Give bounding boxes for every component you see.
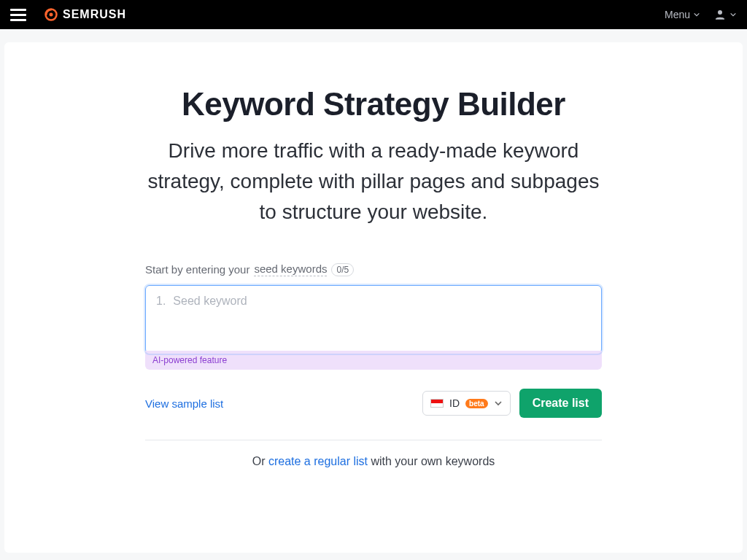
or-prefix: Or [252, 455, 268, 467]
database-code: ID [449, 397, 460, 409]
ai-feature-note: AI-powered feature [145, 351, 602, 370]
flag-id-icon [430, 399, 444, 408]
brand-name: SEMRUSH [63, 8, 126, 21]
chevron-down-icon [494, 399, 503, 408]
page-title: Keyword Strategy Builder [140, 86, 607, 122]
page-subtitle: Drive more traffic with a ready-made key… [140, 136, 607, 228]
hamburger-icon[interactable] [10, 7, 26, 23]
seed-form: Start by entering your seed keywords 0/5… [145, 262, 602, 468]
brand-logo-icon [44, 7, 58, 22]
create-list-button[interactable]: Create list [519, 389, 602, 418]
database-select[interactable]: ID beta [422, 391, 511, 416]
view-sample-link[interactable]: View sample list [145, 397, 223, 410]
create-regular-list-link[interactable]: create a regular list [268, 455, 368, 467]
topbar: SEMRUSH Menu [0, 0, 747, 29]
or-create-line: Or create a regular list with your own k… [145, 455, 602, 468]
chevron-down-icon [693, 11, 700, 18]
seed-index: 1. [156, 295, 166, 308]
chevron-down-icon [729, 11, 737, 18]
brand[interactable]: SEMRUSH [44, 7, 126, 22]
seed-label-prefix: Start by entering your [145, 263, 249, 276]
user-menu[interactable] [713, 8, 737, 21]
or-suffix: with your own keywords [371, 455, 495, 467]
actions-row: View sample list ID beta Create list [145, 389, 602, 418]
svg-point-2 [718, 10, 722, 15]
seed-label-term: seed keywords [254, 262, 327, 276]
beta-badge: beta [465, 399, 488, 408]
main-card: Keyword Strategy Builder Drive more traf… [4, 42, 743, 553]
separator [145, 440, 602, 440]
svg-point-1 [50, 13, 53, 17]
seed-keyword-input[interactable] [173, 295, 591, 308]
seed-count-pill: 0/5 [331, 263, 354, 276]
user-icon [713, 8, 727, 21]
menu-label: Menu [665, 9, 690, 20]
seed-label-row: Start by entering your seed keywords 0/5 [145, 262, 602, 276]
menu-dropdown[interactable]: Menu [665, 9, 700, 20]
seed-input-box[interactable]: 1. [145, 285, 602, 354]
